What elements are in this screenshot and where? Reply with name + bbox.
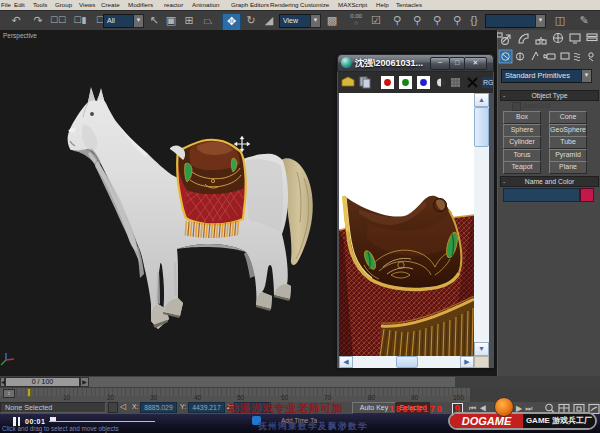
svg-text:RG: RG <box>483 79 493 86</box>
